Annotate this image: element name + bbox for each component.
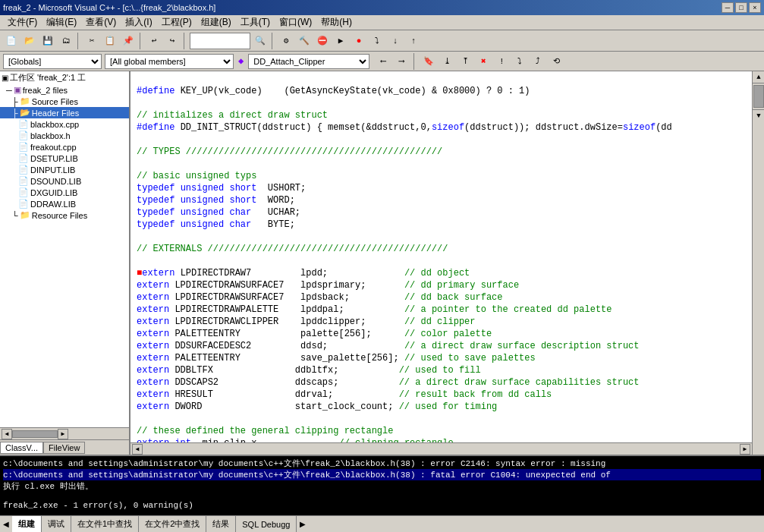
undo-button[interactable]: ↩	[146, 33, 162, 49]
menu-help[interactable]: 帮助(H)	[316, 14, 357, 30]
menu-view[interactable]: 查看(V)	[81, 14, 121, 30]
code-hscroll[interactable]: ◀ ▶	[130, 442, 752, 455]
find-button[interactable]	[190, 33, 250, 49]
dsetup-lib-item[interactable]: 📄 DSETUP.LIB	[0, 153, 129, 164]
open-button[interactable]: 📂	[21, 33, 38, 49]
menu-window[interactable]: 窗口(W)	[275, 14, 316, 30]
menu-tools[interactable]: 工具(T)	[236, 14, 275, 30]
scroll-track[interactable]	[753, 85, 764, 108]
blackbox-cpp-item[interactable]: 📄 blackbox.cpp	[0, 118, 129, 130]
new-button[interactable]: 📄	[3, 33, 20, 49]
separator-3	[184, 33, 187, 49]
function-dropdown[interactable]: DD_Attach_Clipper	[248, 54, 369, 69]
class-view-tab[interactable]: ClassV...	[0, 442, 43, 454]
code-hscroll-left[interactable]: ◀	[132, 444, 143, 455]
code-main[interactable]: #define KEY_UP(vk_code) (GetAsyncKeyStat…	[130, 71, 752, 455]
step-in-button[interactable]: ↓	[387, 33, 404, 49]
workspace-icon: ▣	[2, 74, 8, 82]
lib-icon4: 📄	[18, 187, 29, 197]
close-button[interactable]: ×	[749, 2, 761, 13]
menu-build[interactable]: 组建(B)	[197, 14, 236, 30]
paste-button[interactable]: 📌	[120, 33, 137, 49]
menu-project[interactable]: 工程(P)	[157, 14, 197, 30]
bookmark-btn[interactable]: 🔖	[421, 54, 436, 69]
tab-find2[interactable]: 在文件2中查找	[139, 516, 206, 532]
cut-button[interactable]: ✂	[83, 33, 100, 49]
debug-button[interactable]: ▶	[332, 33, 349, 49]
header-files-label: Header Files	[32, 109, 79, 118]
menu-bar: 文件(F) 编辑(E) 查看(V) 插入(I) 工程(P) 组建(B) 工具(T…	[0, 15, 764, 30]
summary-line: freak_2.exe - 1 error(s), 0 warning(s)	[3, 501, 761, 510]
file-icon1: 📄	[18, 119, 29, 129]
bookmark-prev-btn[interactable]: ⤒	[457, 54, 473, 69]
globals-dropdown[interactable]: [Globals]	[3, 54, 102, 69]
lib-icon1: 📄	[18, 153, 29, 163]
function-icon: ◆	[238, 55, 244, 67]
tab-debug[interactable]: 调试	[42, 516, 71, 532]
nav-back-button[interactable]: ⟵	[376, 54, 391, 69]
project-item[interactable]: ─ ▣ freak_2 files	[0, 84, 129, 96]
blackbox-h-item[interactable]: 📄 blackbox.h	[0, 130, 129, 141]
save-button[interactable]: 💾	[39, 33, 56, 49]
copy-button[interactable]: 📋	[102, 33, 118, 49]
find-in-files-button[interactable]: 🔍	[252, 33, 269, 49]
hscroll-right[interactable]: ▶	[58, 429, 68, 439]
source-files-item[interactable]: ├ 📁 Source Files	[0, 96, 129, 107]
tab-results[interactable]: 结果	[206, 516, 236, 532]
tab-find1[interactable]: 在文件1中查找	[71, 516, 139, 532]
menu-file[interactable]: 文件(F)	[3, 14, 42, 30]
sep-dd	[413, 53, 417, 70]
redo-button[interactable]: ↪	[164, 33, 181, 49]
menu-insert[interactable]: 插入(I)	[121, 14, 156, 30]
clear-bookmarks-btn[interactable]: ✖	[476, 54, 491, 69]
workspace-item[interactable]: ▣ 工作区 'freak_2':1 工	[0, 71, 129, 84]
save-all-button[interactable]: 🗂	[58, 33, 74, 49]
file-view-tab[interactable]: FileView	[43, 442, 85, 454]
scroll-up-arrow[interactable]: ▲	[753, 71, 764, 83]
code-with-scroll: #define KEY_UP(vk_code) (GetAsyncKeyStat…	[130, 71, 764, 455]
compile-button[interactable]: ⚙	[278, 33, 294, 49]
dsound-lib-item[interactable]: 📄 DSOUND.LIB	[0, 175, 129, 187]
step-over-button[interactable]: ⤵	[369, 33, 385, 49]
tree-hscroll[interactable]: ◀ ▶	[0, 427, 129, 439]
maximize-button[interactable]: □	[735, 2, 747, 13]
file-icon3: 📄	[18, 142, 29, 152]
breakpoint-button[interactable]: ●	[351, 33, 367, 49]
code-hscroll-right[interactable]: ▶	[740, 444, 750, 455]
workspace-label: 工作区 'freak_2':1 工	[10, 72, 86, 83]
tab-build[interactable]: 组建	[12, 516, 42, 532]
dsound-lib-label: DSOUND.LIB	[30, 177, 81, 186]
error-line-1: c:\documents and settings\administrator\…	[3, 458, 761, 469]
ddraw-lib-item[interactable]: 📄 DDRAW.LIB	[0, 198, 129, 209]
resource-files-item[interactable]: └ 📁 Resource Files	[0, 209, 129, 221]
scroll-thumb[interactable]	[753, 85, 764, 108]
blank-line	[3, 492, 761, 501]
header-files-item[interactable]: ├ 📂 Header Files	[0, 107, 129, 118]
nav-fwd-button[interactable]: ⟶	[394, 54, 409, 69]
code-vscroll[interactable]: ▲ ▼	[752, 71, 764, 455]
extra-btn2[interactable]: ⤵	[512, 54, 527, 69]
bookmark-next-btn[interactable]: ⤓	[439, 54, 454, 69]
members-dropdown[interactable]: [All global members]	[105, 54, 234, 69]
step-out-button[interactable]: ↑	[405, 33, 422, 49]
hscroll-thumb[interactable]	[12, 430, 58, 438]
tab-sql[interactable]: SQL Debugg	[236, 516, 297, 532]
extra-btn3[interactable]: ⤴	[530, 54, 545, 69]
menu-edit[interactable]: 编辑(E)	[42, 14, 81, 30]
dinput-lib-item[interactable]: 📄 DINPUT.LIB	[0, 164, 129, 175]
scroll-down-arrow[interactable]: ▼	[753, 109, 764, 121]
lib-icon2: 📄	[18, 165, 29, 175]
minimize-button[interactable]: ─	[722, 2, 734, 13]
expand-icon: ├	[12, 97, 18, 106]
lib-icon5: 📄	[18, 199, 29, 209]
separator-4	[272, 33, 275, 49]
hscroll-left[interactable]: ◀	[2, 429, 12, 439]
extra-btn1[interactable]: !	[494, 54, 509, 69]
stop-build-button[interactable]: ⛔	[314, 33, 331, 49]
folder-icon: 📁	[20, 96, 30, 106]
build-button[interactable]: 🔨	[296, 33, 313, 49]
freakout-cpp-item[interactable]: 📄 freakout.cpp	[0, 141, 129, 153]
code-area: #define KEY_UP(vk_code) (GetAsyncKeyStat…	[130, 71, 764, 455]
extra-btn4[interactable]: ⟲	[549, 54, 564, 69]
dxguid-lib-item[interactable]: 📄 DXGUID.LIB	[0, 187, 129, 198]
